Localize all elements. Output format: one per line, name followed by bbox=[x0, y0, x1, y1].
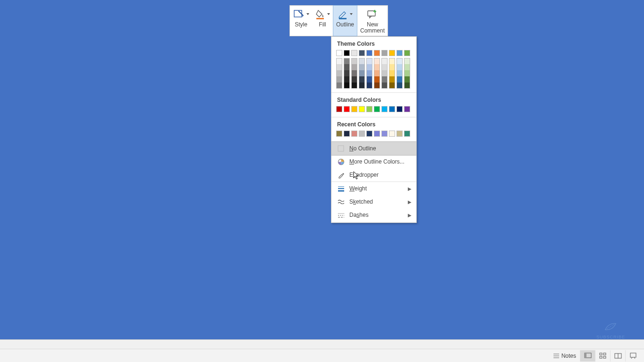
color-swatch[interactable] bbox=[374, 106, 380, 112]
color-swatch[interactable] bbox=[359, 106, 365, 112]
color-swatch[interactable] bbox=[381, 106, 388, 112]
color-swatch[interactable] bbox=[374, 58, 380, 64]
reading-view-button[interactable] bbox=[610, 350, 625, 362]
color-swatch[interactable] bbox=[389, 50, 395, 56]
color-swatch[interactable] bbox=[374, 82, 380, 89]
color-swatch[interactable] bbox=[366, 58, 372, 64]
color-swatch[interactable] bbox=[366, 106, 372, 112]
color-swatch[interactable] bbox=[359, 64, 365, 70]
style-button[interactable]: Style bbox=[290, 6, 312, 36]
color-swatch[interactable] bbox=[351, 58, 357, 64]
color-swatch[interactable] bbox=[366, 64, 372, 70]
color-swatch[interactable] bbox=[336, 131, 342, 137]
color-swatch[interactable] bbox=[389, 131, 395, 137]
color-swatch[interactable] bbox=[404, 64, 410, 70]
color-swatch[interactable] bbox=[344, 50, 350, 56]
color-swatch[interactable] bbox=[381, 64, 388, 70]
color-swatch[interactable] bbox=[359, 50, 365, 56]
color-swatch[interactable] bbox=[336, 64, 342, 70]
color-swatch[interactable] bbox=[359, 76, 365, 82]
color-swatch[interactable] bbox=[396, 50, 403, 56]
weight-item[interactable]: Weight ▶ bbox=[331, 182, 416, 195]
color-swatch[interactable] bbox=[381, 50, 388, 56]
color-swatch[interactable] bbox=[336, 50, 342, 56]
color-swatch[interactable] bbox=[396, 58, 403, 64]
color-swatch[interactable] bbox=[404, 50, 410, 56]
color-swatch[interactable] bbox=[344, 76, 350, 82]
notes-button[interactable]: Notes bbox=[549, 351, 580, 361]
eyedropper-item[interactable]: Eyedropper bbox=[331, 168, 416, 181]
color-swatch[interactable] bbox=[389, 106, 395, 112]
svg-rect-20 bbox=[603, 356, 606, 358]
color-swatch[interactable] bbox=[344, 70, 350, 76]
color-swatch[interactable] bbox=[396, 64, 403, 70]
color-swatch[interactable] bbox=[389, 82, 395, 89]
color-swatch[interactable] bbox=[396, 76, 403, 82]
color-swatch[interactable] bbox=[389, 64, 395, 70]
color-swatch[interactable] bbox=[359, 131, 365, 137]
color-swatch[interactable] bbox=[336, 76, 342, 82]
color-swatch[interactable] bbox=[351, 131, 357, 137]
color-swatch[interactable] bbox=[374, 64, 380, 70]
color-swatch[interactable] bbox=[389, 70, 395, 76]
color-swatch[interactable] bbox=[404, 131, 410, 137]
slideshow-button[interactable] bbox=[625, 350, 640, 362]
color-swatch[interactable] bbox=[366, 70, 372, 76]
color-swatch[interactable] bbox=[359, 70, 365, 76]
recent-colors-row bbox=[331, 131, 416, 141]
color-swatch[interactable] bbox=[381, 76, 388, 82]
color-swatch[interactable] bbox=[366, 76, 372, 82]
color-swatch[interactable] bbox=[344, 64, 350, 70]
color-swatch[interactable] bbox=[366, 50, 372, 56]
color-swatch[interactable] bbox=[389, 76, 395, 82]
color-swatch[interactable] bbox=[389, 58, 395, 64]
color-swatch[interactable] bbox=[374, 50, 380, 56]
color-swatch[interactable] bbox=[344, 58, 350, 64]
no-outline-item[interactable]: No Outline bbox=[331, 141, 417, 156]
color-swatch[interactable] bbox=[374, 76, 380, 82]
dashes-item[interactable]: Dashes ▶ bbox=[331, 208, 416, 222]
color-swatch[interactable] bbox=[381, 131, 388, 137]
color-swatch[interactable] bbox=[344, 106, 350, 112]
color-swatch[interactable] bbox=[381, 70, 388, 76]
color-swatch[interactable] bbox=[351, 70, 357, 76]
color-swatch[interactable] bbox=[374, 70, 380, 76]
color-swatch[interactable] bbox=[336, 82, 342, 89]
fill-button[interactable]: Fill bbox=[312, 6, 333, 36]
outline-button[interactable]: Outline bbox=[333, 5, 357, 36]
sketched-item[interactable]: Sketched ▶ bbox=[331, 195, 416, 208]
color-swatch[interactable] bbox=[396, 131, 403, 137]
new-comment-button[interactable]: New Comment bbox=[357, 6, 388, 36]
slide-sorter-button[interactable] bbox=[595, 350, 610, 362]
sketched-icon bbox=[337, 198, 345, 206]
color-swatch[interactable] bbox=[351, 106, 357, 112]
color-swatch[interactable] bbox=[351, 76, 357, 82]
more-colors-item[interactable]: More Outline Colors... bbox=[331, 155, 416, 168]
color-swatch[interactable] bbox=[351, 82, 357, 89]
color-swatch[interactable] bbox=[336, 106, 342, 112]
chevron-down-icon bbox=[350, 13, 353, 15]
color-swatch[interactable] bbox=[359, 58, 365, 64]
color-swatch[interactable] bbox=[396, 106, 403, 112]
color-swatch[interactable] bbox=[336, 58, 342, 64]
normal-view-button[interactable] bbox=[580, 350, 595, 362]
color-swatch[interactable] bbox=[344, 82, 350, 89]
color-swatch[interactable] bbox=[404, 58, 410, 64]
color-swatch[interactable] bbox=[336, 70, 342, 76]
color-swatch[interactable] bbox=[404, 70, 410, 76]
color-swatch[interactable] bbox=[366, 131, 372, 137]
color-swatch[interactable] bbox=[351, 50, 357, 56]
color-swatch[interactable] bbox=[351, 64, 357, 70]
color-swatch[interactable] bbox=[404, 106, 410, 112]
color-swatch[interactable] bbox=[366, 82, 372, 89]
color-swatch[interactable] bbox=[404, 82, 410, 89]
color-swatch[interactable] bbox=[396, 82, 403, 89]
eyedropper-icon bbox=[337, 171, 345, 179]
color-swatch[interactable] bbox=[404, 76, 410, 82]
color-swatch[interactable] bbox=[381, 58, 388, 64]
color-swatch[interactable] bbox=[374, 131, 380, 137]
color-swatch[interactable] bbox=[381, 82, 388, 89]
color-swatch[interactable] bbox=[344, 131, 350, 137]
color-swatch[interactable] bbox=[396, 70, 403, 76]
color-swatch[interactable] bbox=[359, 82, 365, 89]
